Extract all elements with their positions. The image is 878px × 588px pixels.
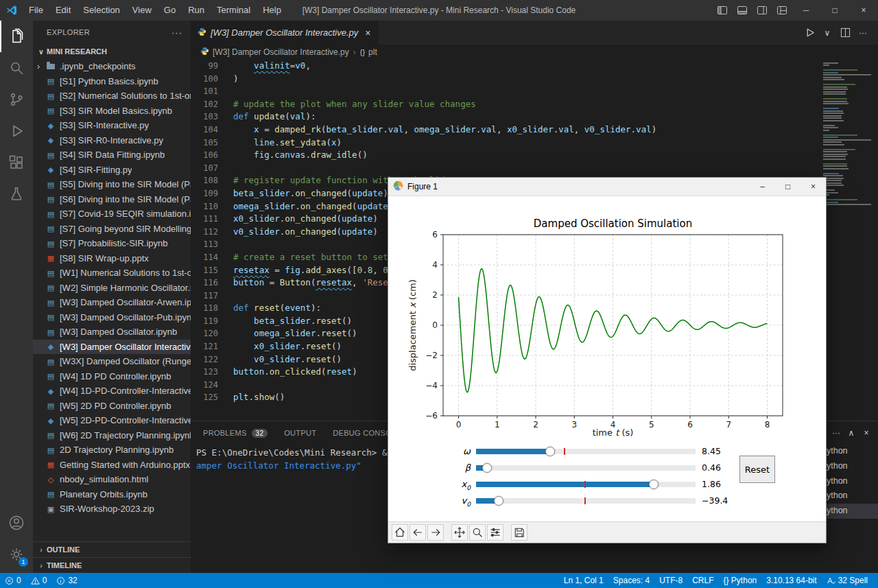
- window-close-button[interactable]: ×: [849, 0, 878, 21]
- menu-view[interactable]: View: [126, 5, 158, 15]
- file-item[interactable]: Getting Started with Arduino.pptx: [33, 458, 191, 473]
- section-outline[interactable]: ›OUTLINE: [33, 541, 191, 557]
- file-item[interactable]: [W4] 1D PD Controller.ipynb: [33, 369, 191, 384]
- breadcrumb-item[interactable]: {}plt: [360, 47, 377, 57]
- search-icon[interactable]: [0, 52, 33, 84]
- file-item[interactable]: [S7] Probabilistic-SIR.ipynb: [33, 236, 191, 251]
- menu-file[interactable]: File: [23, 5, 49, 15]
- file-item[interactable]: [S3] SIR-Interactive.py: [33, 118, 191, 133]
- home-icon[interactable]: [392, 524, 408, 541]
- close-icon[interactable]: ×: [859, 428, 874, 438]
- status-item[interactable]: Spaces: 4: [608, 573, 654, 588]
- breadcrumb-item[interactable]: [W3] Damper Oscillator Interactive.py: [200, 47, 349, 58]
- panel-tab-output[interactable]: OUTPUT: [284, 429, 316, 437]
- slider-omega-track[interactable]: [476, 449, 696, 454]
- reset-button[interactable]: Reset: [739, 456, 775, 483]
- file-item[interactable]: [W6] 2D Trajectory Planning.ipynb: [33, 428, 191, 443]
- file-item[interactable]: [S7] Going beyond SIR Modelling....: [33, 222, 191, 237]
- status-info[interactable]: 32: [51, 573, 82, 588]
- file-item[interactable]: [W2] Simple Harmonic Oscillator.i...: [33, 281, 191, 296]
- settings-icon[interactable]: 1: [0, 539, 33, 570]
- slider-beta-track[interactable]: [476, 465, 696, 471]
- file-item[interactable]: [S4] SIR-Fitting.py: [33, 163, 191, 178]
- tab-close-icon[interactable]: ×: [364, 27, 372, 38]
- extensions-icon[interactable]: [0, 147, 33, 178]
- slider-v0-handle[interactable]: [494, 496, 503, 506]
- slider-x0-track[interactable]: [476, 482, 696, 487]
- figure-maximize-button[interactable]: □: [775, 178, 800, 196]
- status-warning[interactable]: 0: [26, 573, 52, 588]
- status-item[interactable]: UTF-8: [654, 573, 687, 588]
- menu-terminal[interactable]: Terminal: [211, 5, 257, 15]
- menu-edit[interactable]: Edit: [49, 5, 77, 15]
- status-error[interactable]: 0: [0, 573, 26, 588]
- source-control-icon[interactable]: [0, 84, 33, 115]
- file-item[interactable]: [S4] SIR Data Fitting.ipynb: [33, 148, 191, 163]
- layout-sidebar-icon[interactable]: [712, 0, 732, 21]
- explorer-icon[interactable]: [0, 21, 33, 52]
- layout-sidebar-right-icon[interactable]: [752, 0, 772, 21]
- file-item[interactable]: Planetary Orbits.ipynb: [33, 487, 191, 502]
- workspace-section-header[interactable]: ∨ MINI RESEARCH: [33, 44, 191, 59]
- menu-run[interactable]: Run: [182, 5, 211, 15]
- file-item[interactable]: [S1] Python Basics.ipynb: [33, 74, 191, 89]
- layout-customize-icon[interactable]: [772, 0, 792, 21]
- window-minimize-button[interactable]: ─: [792, 0, 820, 21]
- file-item[interactable]: [W3] Damped Oscillator-Arwen.ip...: [33, 295, 191, 310]
- file-item[interactable]: [W3] Damped Oscillator-Pub.ipynb: [33, 310, 191, 325]
- status-item[interactable]: 3.10.13 64-bit: [761, 573, 821, 588]
- figure-titlebar[interactable]: Figure 1 –□×: [388, 178, 826, 196]
- status-item[interactable]: CRLF: [687, 573, 718, 588]
- status-item[interactable]: {} Python: [719, 573, 762, 588]
- status-item[interactable]: Ln 1, Col 1: [559, 573, 608, 588]
- figure-minimize-button[interactable]: –: [750, 178, 775, 196]
- file-item[interactable]: [S5] Diving into the SIR Model (Pa...: [33, 177, 191, 192]
- slider-v0-track[interactable]: [476, 498, 696, 504]
- file-item[interactable]: [S8] SIR Wrap-up.pptx: [33, 251, 191, 266]
- window-maximize-button[interactable]: □: [820, 0, 849, 21]
- account-icon[interactable]: [0, 507, 33, 539]
- file-item[interactable]: [W4] 1D-PD-Controller-Interactive...: [33, 384, 191, 399]
- more-icon[interactable]: ···: [855, 25, 871, 41]
- file-item[interactable]: [S6] Diving into the SIR Model (Pa...: [33, 192, 191, 207]
- minimap[interactable]: [823, 61, 875, 207]
- file-item[interactable]: [W3] Damped Oscillator.ipynb: [33, 325, 191, 340]
- file-item[interactable]: [W1] Numerical Solutions to 1st-o...: [33, 266, 191, 281]
- file-item[interactable]: 2D Trajectory Planning.ipynb: [33, 443, 191, 458]
- file-item[interactable]: [S7] Covid-19 SEQIR simulation.ip...: [33, 207, 191, 222]
- subplots-icon[interactable]: [487, 524, 503, 541]
- slider-x0-handle[interactable]: [649, 480, 658, 489]
- file-item[interactable]: [W3X] Damped Oscillator (Runge-...: [33, 354, 191, 369]
- menu-selection[interactable]: Selection: [77, 5, 126, 15]
- run-icon[interactable]: [801, 25, 818, 41]
- file-item[interactable]: nbody_simulation.html: [33, 472, 191, 487]
- run-debug-icon[interactable]: [0, 115, 33, 147]
- figure-close-button[interactable]: ×: [800, 178, 826, 196]
- file-item[interactable]: [S3] SIR Model Basics.ipynb: [33, 104, 191, 119]
- file-item[interactable]: ›.ipynb_checkpoints: [33, 59, 191, 74]
- file-item[interactable]: [W5] 2D PD Controller.ipynb: [33, 399, 191, 414]
- file-item[interactable]: [S2] Numerical Solutions to 1st-or...: [33, 89, 191, 104]
- pan-icon[interactable]: [451, 524, 468, 541]
- editor-tab[interactable]: [W3] Damper Oscillator Interactive.py ×: [191, 21, 379, 45]
- section-timeline[interactable]: ›TIMELINE: [33, 557, 191, 573]
- menu-go[interactable]: Go: [158, 5, 182, 15]
- file-item[interactable]: SIR-Workshop-2023.zip: [33, 502, 191, 517]
- chevron-up-icon[interactable]: ∧: [844, 428, 859, 438]
- slider-beta-handle[interactable]: [482, 463, 492, 473]
- panel-tab-problems[interactable]: PROBLEMS32: [203, 429, 268, 438]
- save-icon[interactable]: [511, 524, 527, 541]
- zoom-icon[interactable]: [469, 524, 486, 541]
- chevron-right-icon[interactable]: ›: [37, 62, 45, 71]
- split-editor-icon[interactable]: [837, 25, 853, 41]
- menu-help[interactable]: Help: [257, 5, 287, 15]
- more-icon[interactable]: ···: [829, 428, 844, 438]
- explorer-more-icon[interactable]: ···: [171, 27, 182, 38]
- run-dropdown-icon[interactable]: ∨: [819, 25, 835, 41]
- testing-icon[interactable]: [0, 178, 33, 210]
- file-item[interactable]: [S3] SIR-R0-Interactive.py: [33, 133, 191, 148]
- status-item[interactable]: 32 Spell: [822, 573, 873, 588]
- forward-icon[interactable]: [427, 524, 444, 541]
- file-item[interactable]: [W3] Damper Oscillator Interactiv...: [33, 340, 191, 355]
- slider-omega-handle[interactable]: [545, 447, 555, 456]
